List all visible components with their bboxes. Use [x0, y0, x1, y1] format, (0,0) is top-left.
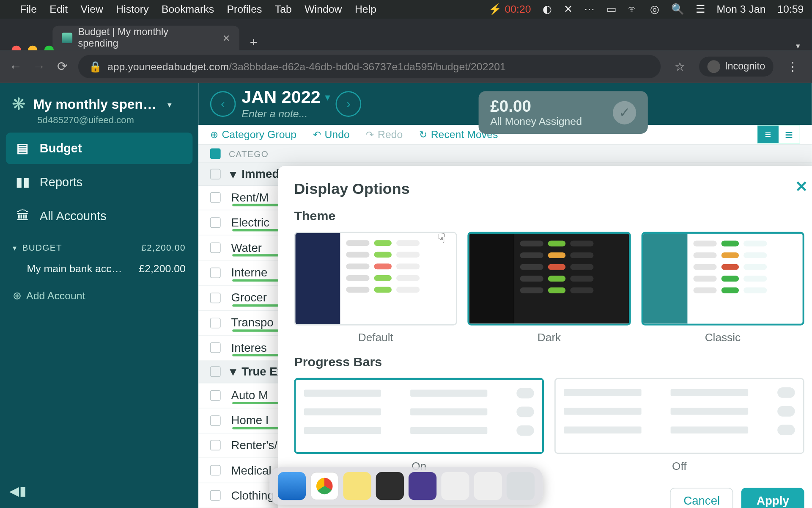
menu-history[interactable]: History [116, 3, 148, 16]
redo-button: ↷Redo [366, 129, 403, 141]
budget-switcher[interactable]: ❋ My monthly spend… ▾ [0, 89, 198, 118]
assigned-amount: £0.00 [490, 97, 582, 116]
display-options-modal: Display Options ✕ Theme De [278, 166, 812, 508]
dock-app-icon[interactable] [408, 472, 436, 500]
battery-icon[interactable]: ▭ [606, 3, 616, 16]
control-center-icon[interactable]: ☰ [696, 3, 705, 16]
prev-month-button[interactable]: ‹ [210, 91, 236, 117]
section-total: £2,200.00 [141, 243, 186, 252]
month-note-input[interactable]: Enter a note... [241, 108, 330, 121]
status-icon[interactable]: ◎ [650, 3, 659, 16]
reload-button[interactable]: ⟳ [55, 59, 70, 74]
undo-icon: ↶ [313, 129, 321, 141]
menu-view[interactable]: View [81, 3, 103, 16]
cancel-button[interactable]: Cancel [670, 488, 733, 508]
plus-icon: ⊕ [210, 129, 218, 141]
bookmark-icon[interactable]: ☆ [675, 60, 685, 74]
new-tab-button[interactable]: + [239, 35, 268, 50]
next-month-button[interactable]: › [336, 91, 362, 117]
progress-on[interactable] [294, 378, 544, 454]
url-path: /3a8bbdae-d62a-46db-bd0d-36737e1da595/bu… [229, 61, 506, 73]
theme-heading: Theme [294, 209, 804, 224]
incognito-icon [708, 60, 720, 73]
bar-chart-icon: ▮▮ [15, 175, 30, 190]
budget-name: My monthly spend… [33, 97, 162, 112]
checkbox[interactable] [210, 366, 221, 377]
undo-button[interactable]: ↶Undo [313, 129, 350, 141]
menubar-date[interactable]: Mon 3 Jan [716, 3, 765, 16]
main-panel: ‹ JAN 2022▾ Enter a note... › £0.00 All … [198, 83, 812, 508]
theme-default[interactable]: Default [294, 232, 457, 344]
lock-icon: 🔒 [89, 60, 102, 73]
view-compact-icon[interactable]: ≣ [779, 126, 800, 143]
mac-dock [269, 467, 543, 505]
view-density-toggle[interactable]: ≡ ≣ [757, 125, 800, 144]
progress-off[interactable] [554, 378, 804, 454]
caret-down-icon[interactable]: ▾ [230, 167, 236, 181]
menu-tab[interactable]: Tab [275, 3, 292, 16]
nav-budget[interactable]: ▤Budget [6, 133, 193, 164]
collapse-sidebar-icon[interactable]: ◀▮ [9, 484, 26, 499]
status-icon[interactable]: ◐ [543, 3, 552, 16]
tab-overflow-icon[interactable]: ▾ [796, 41, 800, 50]
status-icon[interactable]: ✕ [564, 3, 573, 16]
address-bar[interactable]: 🔒 app.youneedabudget.com/3a8bbdae-d62a-4… [78, 55, 661, 78]
back-button[interactable]: ← [8, 59, 23, 74]
dock-terminal-icon[interactable] [376, 472, 403, 500]
add-account-button[interactable]: ⊕Add Account [0, 281, 198, 310]
sidebar: ❋ My monthly spend… ▾ 5d485270@uifeed.co… [0, 83, 198, 508]
month-picker[interactable]: JAN 2022▾ [241, 87, 330, 107]
wifi-icon[interactable]: ᯤ [628, 3, 639, 16]
chrome-menu-icon[interactable]: ⋮ [782, 59, 804, 74]
menu-window[interactable]: Window [304, 3, 342, 16]
dock-textedit-icon[interactable] [441, 472, 469, 500]
assigned-summary[interactable]: £0.00 All Money Assigned ✓ [479, 91, 648, 134]
dock-chrome-icon[interactable] [310, 472, 338, 500]
user-email: 5d485270@uifeed.com [37, 115, 198, 126]
progress-heading: Progress Bars [294, 355, 804, 370]
menu-file[interactable]: File [20, 3, 37, 16]
checkbox[interactable] [210, 169, 221, 179]
wallet-icon: ▤ [15, 141, 30, 156]
dock-trash-icon[interactable] [506, 472, 534, 500]
modal-close-button[interactable]: ✕ [795, 178, 808, 196]
apply-button[interactable]: Apply [741, 488, 804, 508]
battery-low-icon[interactable]: ⚡00:20 [488, 3, 531, 16]
tab-close-icon[interactable]: ✕ [222, 33, 230, 44]
status-icon[interactable]: ⋯ [584, 3, 595, 16]
menubar-time[interactable]: 10:59 [777, 3, 804, 16]
chrome-toolbar: ← → ⟳ 🔒 app.youneedabudget.com/3a8bbdae-… [0, 50, 812, 83]
theme-dark[interactable]: Dark [468, 232, 631, 344]
forward-button: → [32, 59, 47, 74]
assigned-label: All Money Assigned [490, 116, 582, 128]
nav-reports[interactable]: ▮▮Reports [6, 166, 193, 198]
chevron-down-icon: ▾ [167, 99, 172, 109]
spotlight-icon[interactable]: 🔍 [671, 3, 684, 16]
theme-classic[interactable]: Classic [641, 232, 804, 344]
url-host: app.youneedabudget.com [107, 61, 229, 73]
menu-help[interactable]: Help [355, 3, 376, 16]
mac-menubar: Chrome File Edit View History Bookmarks … [0, 0, 812, 19]
add-category-group-button[interactable]: ⊕Category Group [210, 129, 296, 141]
view-comfortable-icon[interactable]: ≡ [757, 126, 779, 143]
chrome-tabstrip: Budget | My monthly spending ✕ + ▾ [0, 19, 812, 50]
chevron-down-icon: ▾ [13, 243, 17, 252]
dock-notes-icon[interactable] [343, 472, 371, 500]
sidebar-section-budget[interactable]: ▾BUDGET £2,200.00 [0, 232, 198, 257]
caret-down-icon[interactable]: ▾ [230, 364, 236, 378]
incognito-badge[interactable]: Incognito [699, 57, 773, 77]
menu-edit[interactable]: Edit [49, 3, 68, 16]
clock-icon: ↻ [419, 129, 427, 141]
nav-accounts[interactable]: 🏛All Accounts [6, 200, 193, 232]
menu-bookmarks[interactable]: Bookmarks [162, 3, 214, 16]
sidebar-account[interactable]: My main bank acc…£2,200.00 [0, 257, 198, 281]
select-all-checkbox[interactable] [210, 149, 221, 159]
browser-tab[interactable]: Budget | My monthly spending ✕ [52, 26, 239, 50]
dock-finder-icon[interactable] [277, 472, 305, 500]
tab-title: Budget | My monthly spending [78, 26, 210, 50]
dock-preview-icon[interactable] [474, 472, 502, 500]
group-name: Immed [241, 167, 279, 181]
menu-profiles[interactable]: Profiles [227, 3, 262, 16]
plus-icon: ⊕ [13, 289, 22, 302]
bank-icon: 🏛 [15, 209, 30, 224]
